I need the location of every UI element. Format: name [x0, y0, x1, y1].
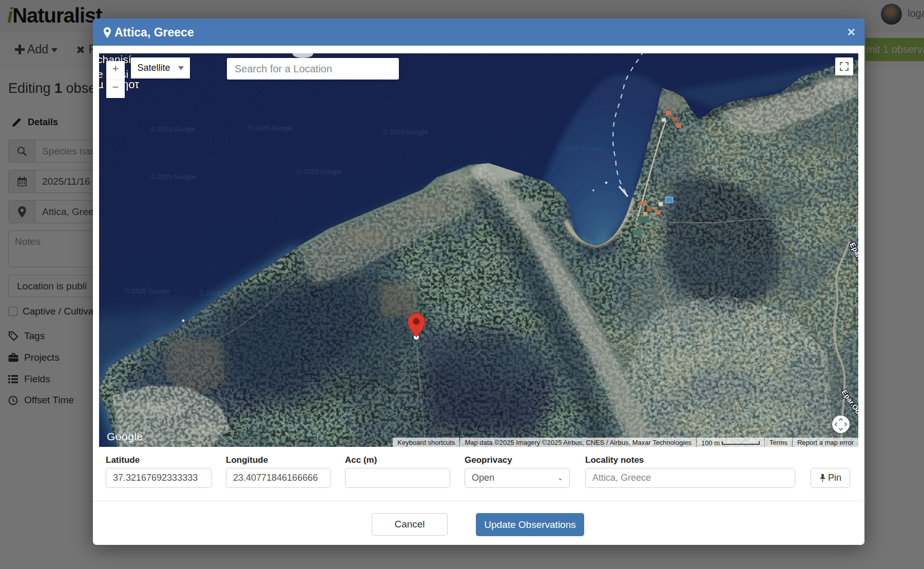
svg-text:µ: µ	[99, 78, 104, 91]
